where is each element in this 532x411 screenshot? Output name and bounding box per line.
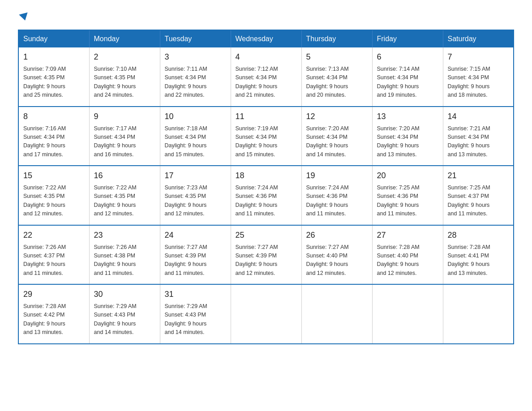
- day-info: Sunrise: 7:10 AMSunset: 4:35 PMDaylight:…: [94, 66, 137, 98]
- logo-triangle-icon: [19, 13, 29, 22]
- day-number: 15: [23, 170, 85, 182]
- calendar-day-cell: 24 Sunrise: 7:27 AMSunset: 4:39 PMDaylig…: [160, 225, 231, 285]
- day-info: Sunrise: 7:25 AMSunset: 4:36 PMDaylight:…: [377, 184, 420, 217]
- calendar-day-cell: 30 Sunrise: 7:29 AMSunset: 4:43 PMDaylig…: [89, 284, 160, 344]
- calendar-day-cell: 14 Sunrise: 7:21 AMSunset: 4:34 PMDaylig…: [443, 107, 514, 166]
- day-number: 1: [23, 51, 85, 63]
- day-number: 11: [236, 111, 297, 123]
- calendar-day-cell: 10 Sunrise: 7:18 AMSunset: 4:34 PMDaylig…: [160, 107, 231, 166]
- day-number: 28: [448, 229, 509, 241]
- day-number: 31: [165, 288, 226, 300]
- day-info: Sunrise: 7:27 AMSunset: 4:39 PMDaylight:…: [236, 244, 278, 276]
- calendar-day-cell: 20 Sunrise: 7:25 AMSunset: 4:36 PMDaylig…: [372, 166, 443, 225]
- calendar-day-cell: 18 Sunrise: 7:24 AMSunset: 4:36 PMDaylig…: [231, 166, 301, 225]
- day-number: 5: [306, 51, 368, 63]
- calendar-header-saturday: Saturday: [443, 30, 514, 47]
- day-number: 19: [306, 170, 368, 182]
- day-number: 29: [23, 288, 85, 300]
- calendar-header-monday: Monday: [89, 30, 160, 47]
- calendar-day-cell: 29 Sunrise: 7:28 AMSunset: 4:42 PMDaylig…: [18, 284, 89, 344]
- day-number: 16: [94, 170, 155, 182]
- calendar-day-cell: 23 Sunrise: 7:26 AMSunset: 4:38 PMDaylig…: [89, 225, 160, 285]
- day-info: Sunrise: 7:16 AMSunset: 4:34 PMDaylight:…: [23, 125, 66, 158]
- calendar-day-cell: 31 Sunrise: 7:29 AMSunset: 4:43 PMDaylig…: [160, 284, 231, 344]
- day-number: 2: [94, 51, 155, 63]
- calendar-week-row: 29 Sunrise: 7:28 AMSunset: 4:42 PMDaylig…: [18, 284, 514, 344]
- day-number: 26: [306, 229, 368, 241]
- calendar-week-row: 8 Sunrise: 7:16 AMSunset: 4:34 PMDayligh…: [18, 107, 514, 166]
- logo: [18, 13, 29, 21]
- day-info: Sunrise: 7:25 AMSunset: 4:37 PMDaylight:…: [448, 184, 490, 217]
- calendar-day-cell: 6 Sunrise: 7:14 AMSunset: 4:34 PMDayligh…: [372, 47, 443, 107]
- calendar-day-cell: 21 Sunrise: 7:25 AMSunset: 4:37 PMDaylig…: [443, 166, 514, 225]
- calendar-day-cell: 16 Sunrise: 7:22 AMSunset: 4:35 PMDaylig…: [89, 166, 160, 225]
- day-info: Sunrise: 7:28 AMSunset: 4:42 PMDaylight:…: [23, 303, 66, 335]
- calendar-header-sunday: Sunday: [18, 30, 89, 47]
- calendar-day-cell: [443, 284, 514, 344]
- day-info: Sunrise: 7:19 AMSunset: 4:34 PMDaylight:…: [236, 125, 278, 158]
- day-number: 8: [23, 111, 85, 123]
- day-info: Sunrise: 7:17 AMSunset: 4:34 PMDaylight:…: [94, 125, 137, 158]
- calendar-day-cell: 9 Sunrise: 7:17 AMSunset: 4:34 PMDayligh…: [89, 107, 160, 166]
- calendar-day-cell: 7 Sunrise: 7:15 AMSunset: 4:34 PMDayligh…: [443, 47, 514, 107]
- day-number: 30: [94, 288, 155, 300]
- day-info: Sunrise: 7:26 AMSunset: 4:37 PMDaylight:…: [23, 244, 66, 276]
- day-number: 17: [165, 170, 226, 182]
- day-info: Sunrise: 7:28 AMSunset: 4:40 PMDaylight:…: [377, 244, 420, 276]
- calendar-day-cell: 13 Sunrise: 7:20 AMSunset: 4:34 PMDaylig…: [372, 107, 443, 166]
- calendar-day-cell: [231, 284, 301, 344]
- day-number: 27: [377, 229, 438, 241]
- calendar-day-cell: [301, 284, 372, 344]
- calendar-table: SundayMondayTuesdayWednesdayThursdayFrid…: [18, 30, 514, 344]
- day-number: 7: [448, 51, 509, 63]
- day-info: Sunrise: 7:23 AMSunset: 4:35 PMDaylight:…: [165, 184, 207, 217]
- calendar-day-cell: 22 Sunrise: 7:26 AMSunset: 4:37 PMDaylig…: [18, 225, 89, 285]
- day-number: 24: [165, 229, 226, 241]
- calendar-day-cell: 1 Sunrise: 7:09 AMSunset: 4:35 PMDayligh…: [18, 47, 89, 107]
- calendar-day-cell: 17 Sunrise: 7:23 AMSunset: 4:35 PMDaylig…: [160, 166, 231, 225]
- day-number: 25: [236, 229, 297, 241]
- day-info: Sunrise: 7:18 AMSunset: 4:34 PMDaylight:…: [165, 125, 207, 158]
- day-number: 4: [236, 51, 297, 63]
- day-number: 18: [236, 170, 297, 182]
- day-info: Sunrise: 7:29 AMSunset: 4:43 PMDaylight:…: [94, 303, 137, 335]
- calendar-day-cell: 11 Sunrise: 7:19 AMSunset: 4:34 PMDaylig…: [231, 107, 301, 166]
- day-info: Sunrise: 7:13 AMSunset: 4:34 PMDaylight:…: [306, 66, 349, 98]
- day-number: 12: [306, 111, 368, 123]
- calendar-day-cell: 26 Sunrise: 7:27 AMSunset: 4:40 PMDaylig…: [301, 225, 372, 285]
- day-info: Sunrise: 7:09 AMSunset: 4:35 PMDaylight:…: [23, 66, 66, 98]
- day-number: 22: [23, 229, 85, 241]
- calendar-day-cell: 25 Sunrise: 7:27 AMSunset: 4:39 PMDaylig…: [231, 225, 301, 285]
- day-number: 14: [448, 111, 509, 123]
- day-info: Sunrise: 7:21 AMSunset: 4:34 PMDaylight:…: [448, 125, 490, 158]
- day-number: 9: [94, 111, 155, 123]
- day-info: Sunrise: 7:11 AMSunset: 4:34 PMDaylight:…: [165, 66, 207, 98]
- calendar-header-tuesday: Tuesday: [160, 30, 231, 47]
- day-number: 10: [165, 111, 226, 123]
- calendar-day-cell: [372, 284, 443, 344]
- day-number: 20: [377, 170, 438, 182]
- calendar-day-cell: 27 Sunrise: 7:28 AMSunset: 4:40 PMDaylig…: [372, 225, 443, 285]
- calendar-week-row: 15 Sunrise: 7:22 AMSunset: 4:35 PMDaylig…: [18, 166, 514, 225]
- calendar-week-row: 1 Sunrise: 7:09 AMSunset: 4:35 PMDayligh…: [18, 47, 514, 107]
- day-info: Sunrise: 7:22 AMSunset: 4:35 PMDaylight:…: [23, 184, 66, 217]
- day-info: Sunrise: 7:15 AMSunset: 4:34 PMDaylight:…: [448, 66, 490, 98]
- calendar-day-cell: 3 Sunrise: 7:11 AMSunset: 4:34 PMDayligh…: [160, 47, 231, 107]
- day-info: Sunrise: 7:27 AMSunset: 4:40 PMDaylight:…: [306, 244, 349, 276]
- logo-blue-text: [18, 13, 29, 21]
- day-info: Sunrise: 7:29 AMSunset: 4:43 PMDaylight:…: [165, 303, 207, 335]
- calendar-day-cell: 8 Sunrise: 7:16 AMSunset: 4:34 PMDayligh…: [18, 107, 89, 166]
- day-number: 13: [377, 111, 438, 123]
- calendar-day-cell: 2 Sunrise: 7:10 AMSunset: 4:35 PMDayligh…: [89, 47, 160, 107]
- day-info: Sunrise: 7:27 AMSunset: 4:39 PMDaylight:…: [165, 244, 207, 276]
- calendar-day-cell: 28 Sunrise: 7:28 AMSunset: 4:41 PMDaylig…: [443, 225, 514, 285]
- calendar-header-wednesday: Wednesday: [231, 30, 301, 47]
- day-info: Sunrise: 7:12 AMSunset: 4:34 PMDaylight:…: [236, 66, 278, 98]
- day-number: 3: [165, 51, 226, 63]
- day-info: Sunrise: 7:26 AMSunset: 4:38 PMDaylight:…: [94, 244, 137, 276]
- calendar-week-row: 22 Sunrise: 7:26 AMSunset: 4:37 PMDaylig…: [18, 225, 514, 285]
- day-info: Sunrise: 7:20 AMSunset: 4:34 PMDaylight:…: [306, 125, 349, 158]
- page-header: [18, 13, 514, 21]
- day-info: Sunrise: 7:28 AMSunset: 4:41 PMDaylight:…: [448, 244, 490, 276]
- day-info: Sunrise: 7:20 AMSunset: 4:34 PMDaylight:…: [377, 125, 420, 158]
